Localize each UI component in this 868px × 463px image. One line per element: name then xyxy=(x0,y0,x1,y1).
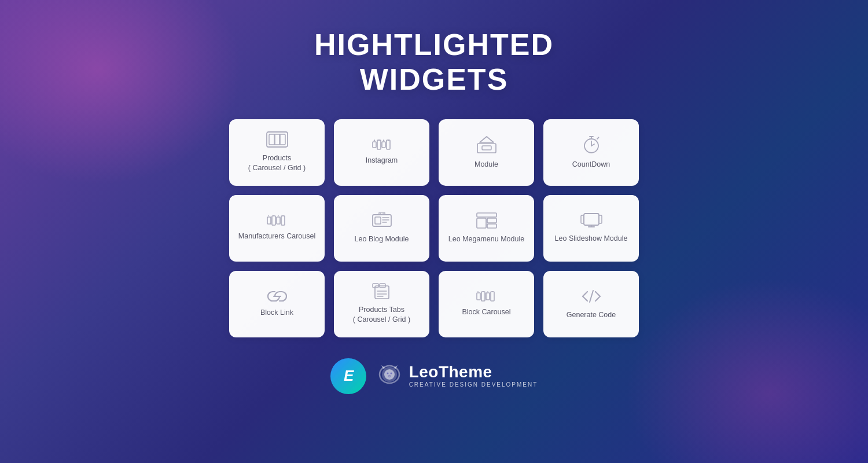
svg-point-10 xyxy=(382,139,384,141)
widget-products-carousel-grid[interactable]: Products( Carousel / Grid ) xyxy=(229,119,325,186)
svg-rect-38 xyxy=(477,218,486,228)
svg-point-59 xyxy=(487,291,488,292)
generate-code-label: Generate Code xyxy=(567,310,616,320)
widget-module[interactable]: Module xyxy=(439,119,534,186)
widgets-grid: Products( Carousel / Grid ) Instagram xyxy=(229,119,639,337)
svg-rect-43 xyxy=(599,215,602,223)
svg-point-9 xyxy=(378,139,379,141)
widget-instagram[interactable]: Instagram xyxy=(334,119,429,186)
svg-rect-42 xyxy=(581,215,584,223)
svg-rect-55 xyxy=(486,293,490,300)
slideshow-icon xyxy=(580,213,602,228)
products-tabs-icon xyxy=(372,283,392,299)
svg-line-20 xyxy=(597,137,599,139)
widget-leo-megamenu[interactable]: Leo Megamenu Module xyxy=(439,195,534,262)
svg-rect-53 xyxy=(477,293,480,300)
svg-rect-29 xyxy=(373,215,391,226)
svg-rect-37 xyxy=(477,213,496,217)
svg-point-28 xyxy=(282,215,284,216)
svg-rect-30 xyxy=(375,217,381,224)
svg-rect-54 xyxy=(481,292,485,301)
page-title: HIGHTLIGHTED WIDGETS xyxy=(314,28,554,97)
svg-point-64 xyxy=(384,369,395,380)
leotheme-logo: LeoTheme CREATIVE DESIGN DEVELOPMENT xyxy=(376,362,538,390)
widget-manufacturers-carousel[interactable]: Manufacturers Carousel xyxy=(229,195,325,262)
svg-rect-5 xyxy=(377,140,381,149)
svg-rect-12 xyxy=(477,144,496,153)
countdown-label: CountDown xyxy=(572,160,610,170)
instagram-icon xyxy=(372,139,392,150)
widget-leo-blog[interactable]: Leo Blog Module xyxy=(334,195,429,262)
elementor-logo: E xyxy=(330,358,366,394)
svg-point-26 xyxy=(273,215,274,216)
svg-rect-56 xyxy=(491,292,494,301)
widget-countdown[interactable]: CountDown xyxy=(543,119,639,186)
svg-rect-7 xyxy=(387,140,390,149)
svg-point-8 xyxy=(373,139,374,141)
widget-block-link[interactable]: Block Link xyxy=(229,271,325,337)
widget-leo-slideshow[interactable]: Leo Slideshow Module xyxy=(543,195,639,262)
leo-megamenu-label: Leo Megamenu Module xyxy=(448,234,524,244)
blog-icon xyxy=(372,212,392,229)
module-label: Module xyxy=(475,160,498,170)
svg-point-67 xyxy=(388,374,390,376)
products-icon xyxy=(266,131,288,148)
megamenu-icon xyxy=(476,212,497,229)
leotheme-sub: CREATIVE DESIGN DEVELOPMENT xyxy=(409,381,538,388)
svg-rect-39 xyxy=(487,218,496,223)
svg-point-60 xyxy=(492,291,493,292)
code-icon xyxy=(582,288,601,304)
widget-generate-code[interactable]: Generate Code xyxy=(543,271,639,337)
main-page: HIGHTLIGHTED WIDGETS Products( Carousel … xyxy=(0,0,868,394)
svg-marker-13 xyxy=(480,137,494,142)
svg-point-27 xyxy=(278,215,279,216)
block-carousel-label: Block Carousel xyxy=(462,307,510,317)
widget-block-carousel[interactable]: Block Carousel xyxy=(439,271,534,337)
svg-point-11 xyxy=(387,139,388,141)
link-icon xyxy=(267,291,287,302)
elementor-letter: E xyxy=(344,367,352,385)
svg-rect-6 xyxy=(382,142,385,148)
lion-icon xyxy=(376,362,403,390)
footer: E xyxy=(330,358,538,394)
products-tabs-label: Products Tabs( Carousel / Grid ) xyxy=(353,305,410,325)
svg-rect-21 xyxy=(267,217,271,224)
widget-products-tabs[interactable]: Products Tabs( Carousel / Grid ) xyxy=(334,271,429,337)
svg-point-58 xyxy=(483,291,484,292)
leotheme-name: LeoTheme xyxy=(409,364,538,380)
svg-rect-41 xyxy=(584,214,599,225)
svg-rect-14 xyxy=(482,146,491,150)
svg-point-57 xyxy=(477,291,479,292)
instagram-label: Instagram xyxy=(366,156,398,166)
svg-rect-23 xyxy=(277,217,280,224)
svg-point-66 xyxy=(390,372,392,374)
svg-point-25 xyxy=(268,215,269,216)
block-carousel-icon xyxy=(476,291,497,302)
svg-line-61 xyxy=(590,291,593,302)
countdown-icon xyxy=(582,135,601,154)
block-link-label: Block Link xyxy=(260,308,293,318)
manufacturers-icon xyxy=(267,215,288,226)
leo-blog-label: Leo Blog Module xyxy=(355,234,409,244)
leo-slideshow-label: Leo Slideshow Module xyxy=(555,234,628,244)
svg-rect-40 xyxy=(487,224,496,228)
svg-point-65 xyxy=(387,372,388,374)
products-carousel-grid-label: Products( Carousel / Grid ) xyxy=(248,153,306,173)
svg-rect-4 xyxy=(373,142,376,148)
svg-rect-24 xyxy=(281,216,285,225)
svg-rect-34 xyxy=(379,212,385,215)
svg-rect-22 xyxy=(272,216,275,225)
leotheme-text: LeoTheme CREATIVE DESIGN DEVELOPMENT xyxy=(409,364,538,388)
module-icon xyxy=(476,135,497,154)
manufacturers-carousel-label: Manufacturers Carousel xyxy=(238,232,315,241)
